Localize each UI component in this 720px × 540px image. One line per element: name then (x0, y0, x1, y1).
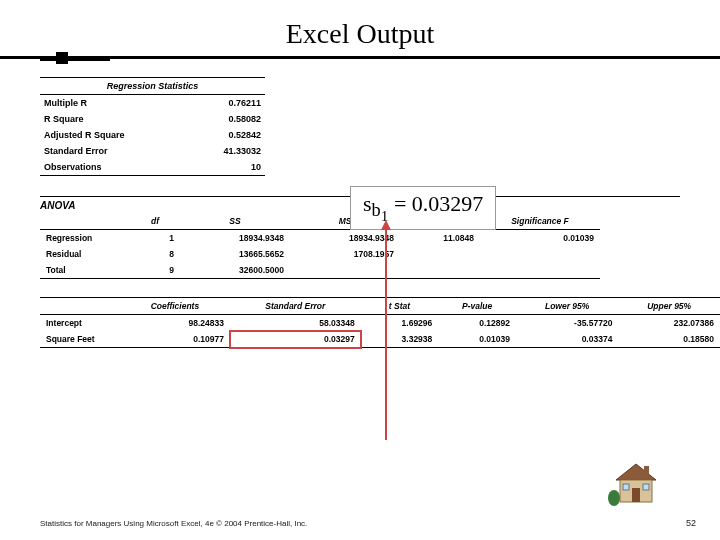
stat-label: Adjusted R Square (44, 130, 191, 140)
house-icon (608, 458, 664, 506)
regression-stats-header: Regression Statistics (40, 77, 265, 95)
table-row: Total 9 32600.5000 (40, 262, 600, 279)
coefficients-table: Coefficients Standard Error t Stat P-val… (40, 297, 720, 348)
stat-label: Standard Error (44, 146, 191, 156)
svg-rect-2 (632, 488, 640, 502)
col-header: t Stat (361, 298, 439, 315)
stat-label: Observations (44, 162, 191, 172)
svg-rect-5 (644, 466, 649, 476)
callout-arrow (385, 222, 387, 440)
col-header: Upper 95% (618, 298, 720, 315)
svg-rect-4 (643, 484, 649, 490)
col-header (40, 213, 130, 230)
page-title: Excel Output (0, 18, 720, 50)
stat-label: Multiple R (44, 98, 191, 108)
col-header: SS (180, 213, 290, 230)
footer-text: Statistics for Managers Using Microsoft … (40, 519, 307, 528)
table-row: Residual 8 13665.5652 1708.1957 (40, 246, 600, 262)
accent-line (0, 56, 720, 59)
col-header: Coefficients (120, 298, 230, 315)
svg-rect-3 (623, 484, 629, 490)
stat-value: 10 (191, 162, 261, 172)
col-header: df (130, 213, 180, 230)
col-header: P-value (438, 298, 516, 315)
table-row: Intercept 98.24833 58.03348 1.69296 0.12… (40, 315, 720, 332)
col-header: Standard Error (230, 298, 361, 315)
regression-stats-table: Regression Statistics Multiple R0.76211 … (40, 77, 265, 176)
highlighted-cell: 0.03297 (230, 331, 361, 348)
table-row: Square Feet 0.10977 0.03297 3.32938 0.01… (40, 331, 720, 348)
table-row: Regression 1 18934.9348 18934.9348 11.08… (40, 230, 600, 247)
stat-value: 0.52842 (191, 130, 261, 140)
stat-value: 0.76211 (191, 98, 261, 108)
stat-value: 0.58082 (191, 114, 261, 124)
svg-marker-0 (616, 464, 656, 480)
col-header: Lower 95% (516, 298, 618, 315)
stat-value: 41.33032 (191, 146, 261, 156)
svg-point-6 (608, 490, 620, 506)
page-number: 52 (686, 518, 696, 528)
stat-label: R Square (44, 114, 191, 124)
col-header (40, 298, 120, 315)
formula-callout: sb1 = 0.03297 (350, 186, 496, 230)
col-header: Significance F (480, 213, 600, 230)
